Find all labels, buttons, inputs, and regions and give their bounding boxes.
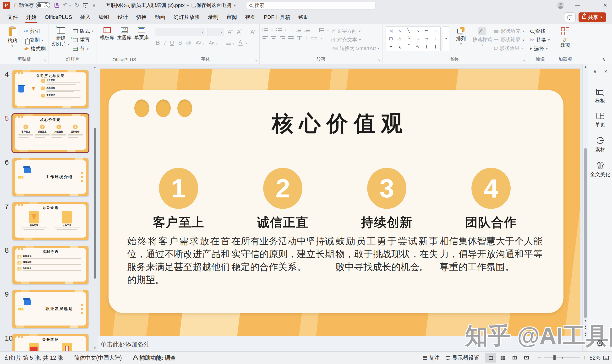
quick-styles-button[interactable]: 快速样式 ∨ xyxy=(473,26,492,56)
share-button[interactable]: 共享 ∨ xyxy=(579,13,606,22)
dialog-launcher-icon[interactable]: ↘ xyxy=(522,58,525,62)
zoom-percentage[interactable]: 52% xyxy=(589,355,600,361)
sidebar-item-beautify[interactable]: 全文美化 xyxy=(590,161,610,178)
italic-button[interactable]: I xyxy=(163,40,167,46)
search-input[interactable]: 搜索 xyxy=(246,2,375,9)
align-center-icon[interactable] xyxy=(271,36,276,40)
slide-thumbnail-8[interactable]: 福利待遇 1薪酬体系 2健康保障 3休闲娱乐 xyxy=(13,246,89,284)
notes-toggle-button[interactable]: 备注 xyxy=(423,354,440,362)
tab-home[interactable]: 开始 xyxy=(22,11,41,24)
shape-vertical-textbox-icon[interactable]: A xyxy=(398,29,402,33)
minimize-button[interactable]: — xyxy=(570,0,584,11)
sidebar-item-materials[interactable]: 素材 xyxy=(595,136,605,153)
shape-scribble-icon[interactable]: ς xyxy=(399,44,401,49)
shape-down-arrow-icon[interactable]: ⇩ xyxy=(434,37,437,41)
slide-editor[interactable]: 核心价值观 1 客户至上 始终将客户需求放在首位，通过不断改进产品和服务来满足甚… xyxy=(100,69,580,336)
copy-button[interactable]: 复制∨ xyxy=(24,37,46,43)
scroll-up-icon[interactable]: ▲ xyxy=(93,65,97,69)
comments-button[interactable] xyxy=(564,13,576,22)
strikethrough2-button[interactable]: ab xyxy=(185,40,192,46)
new-slide-button[interactable]: 新建 幻灯片 ∨ xyxy=(52,26,70,56)
section-button[interactable]: 节∨ xyxy=(73,45,94,52)
tab-draw[interactable]: 绘图 xyxy=(95,11,114,24)
increase-indent-icon[interactable] xyxy=(304,28,310,32)
scroll-down-icon[interactable]: ▼ xyxy=(93,347,97,350)
slide-thumbnail-5-selected[interactable]: 核心价值观 1客户至上 2诚信正直 3持续创新 4团队合作 xyxy=(13,114,89,152)
underline-button[interactable]: U xyxy=(169,40,175,46)
save-icon[interactable] xyxy=(54,3,59,8)
zoom-slider-thumb[interactable] xyxy=(553,355,556,360)
sidebar-collapse-chevron[interactable]: ∨ xyxy=(593,68,597,75)
autosave-control[interactable]: 自动保存 关 xyxy=(14,2,50,9)
accessibility-status[interactable]: 辅助功能: 调查 xyxy=(133,354,176,362)
shape-triangle-icon[interactable]: △ xyxy=(398,37,401,41)
start-slideshow-icon[interactable] xyxy=(83,3,88,7)
shape-right-arrow-icon[interactable]: ⇒ xyxy=(425,37,428,41)
shape-line-icon[interactable]: ╲ xyxy=(408,29,410,33)
shape-elbow-arrow-icon[interactable]: ↳ xyxy=(416,37,419,41)
scrollbar-thumb[interactable] xyxy=(94,128,96,279)
layout-button[interactable]: 版式∨ xyxy=(73,28,94,34)
tab-transitions[interactable]: 切换 xyxy=(132,11,151,24)
replace-button[interactable]: bc替换∨ xyxy=(530,37,550,43)
tab-design[interactable]: 设计 xyxy=(114,11,132,24)
grow-font-button[interactable]: A^ xyxy=(227,29,234,35)
shapes-gallery-more-button[interactable]: ▾ xyxy=(443,26,449,51)
align-text-button[interactable]: [↕]对齐文本∨ xyxy=(331,36,380,43)
shape-fill-button[interactable]: 形状填充∨ xyxy=(494,28,524,34)
tab-pdf-toolbox[interactable]: PDF工具箱 xyxy=(260,11,294,24)
reset-button[interactable]: 重置 xyxy=(73,37,94,43)
find-button[interactable]: 查找 xyxy=(530,28,550,34)
character-spacing-button[interactable]: AV ∨ xyxy=(195,40,205,46)
sidebar-close-icon[interactable]: × xyxy=(604,68,607,75)
slide-thumbnail-10[interactable]: 晋升路径 xyxy=(13,334,89,351)
value-column-3[interactable]: 3 持续创新 鼓励员工勇于尝试新事物，敢于挑战现状，在失败中寻找成长的机会。 xyxy=(335,168,438,273)
redo-button[interactable]: ↻ xyxy=(75,0,79,11)
tab-animations[interactable]: 动画 xyxy=(151,11,169,24)
change-case-button[interactable]: Aa ∨ xyxy=(208,40,219,46)
document-title[interactable]: 互联网公司新员工入职培训 (2).pptx • 已保存到这台电脑 ∨ xyxy=(106,2,236,9)
tab-record[interactable]: 录制 xyxy=(204,11,222,24)
addins-button[interactable]: 加载项 xyxy=(556,26,574,56)
tab-file[interactable]: 文件 xyxy=(3,11,22,24)
shape-rounded-rectangle-icon[interactable]: ▢ xyxy=(389,37,393,41)
tab-insert[interactable]: 插入 xyxy=(76,11,95,24)
user-avatar[interactable] xyxy=(557,2,564,9)
shape-arc-icon[interactable]: ⌒ xyxy=(407,44,411,49)
page-library-button[interactable]: 单页库 xyxy=(134,26,149,56)
tab-review[interactable]: 审阅 xyxy=(222,11,241,24)
chevron-down-icon[interactable]: ∨ xyxy=(285,29,287,32)
gear-icon[interactable]: ⚙ xyxy=(596,338,604,349)
panel-scrollbar[interactable]: ▲ ▼ xyxy=(93,65,97,350)
add-remove-columns-icon[interactable] xyxy=(311,36,317,40)
restore-button[interactable] xyxy=(584,0,598,11)
powerpoint-app-icon[interactable]: P xyxy=(3,2,10,9)
text-direction-button[interactable]: ↓A文字方向∨ xyxy=(331,28,380,34)
shape-arrow-icon[interactable]: ↘ xyxy=(416,29,419,33)
close-button[interactable]: × xyxy=(598,0,612,11)
zoom-slider[interactable] xyxy=(544,358,580,358)
chevron-down-icon[interactable]: ∨ xyxy=(327,29,329,32)
autosave-toggle[interactable]: 关 xyxy=(36,2,50,8)
clear-formatting-button[interactable]: A◊ xyxy=(249,29,256,35)
shape-freeform-icon[interactable]: ⌐ xyxy=(390,44,392,49)
tab-slideshow[interactable]: 幻灯片放映 xyxy=(169,11,204,24)
canvas-scrollbar[interactable]: ▲ ▼ ▲▲ ▼▼ xyxy=(582,64,588,351)
dialog-launcher-icon[interactable]: ↘ xyxy=(43,58,47,62)
chevron-down-icon[interactable]: ∨ xyxy=(271,29,273,32)
tab-view[interactable]: 视图 xyxy=(241,11,260,24)
slide-thumbnail-6[interactable]: 工作环境介绍 xyxy=(13,158,89,196)
scrollbar-thumb[interactable] xyxy=(584,148,587,318)
format-painter-button[interactable]: 格式刷 xyxy=(24,45,46,52)
align-left-icon[interactable] xyxy=(262,36,268,40)
slide-thumbnail-7[interactable]: 办公设施 硬件配置 软件工具 xyxy=(13,202,89,240)
align-right-icon[interactable] xyxy=(280,36,285,40)
customize-toolbar-chevron[interactable]: ∨ xyxy=(92,0,96,11)
fit-to-window-button[interactable]: ↔ xyxy=(603,356,609,360)
slideshow-view-button[interactable] xyxy=(521,353,532,363)
shape-effects-button[interactable]: 形状效果∨ xyxy=(494,45,524,52)
sidebar-item-templates[interactable]: 模板 xyxy=(595,89,605,104)
collapse-ribbon-button[interactable]: ∧ xyxy=(602,57,605,62)
shrink-font-button[interactable]: Aˇ xyxy=(236,29,242,35)
sidebar-item-single-page[interactable]: 单页 xyxy=(595,112,605,128)
